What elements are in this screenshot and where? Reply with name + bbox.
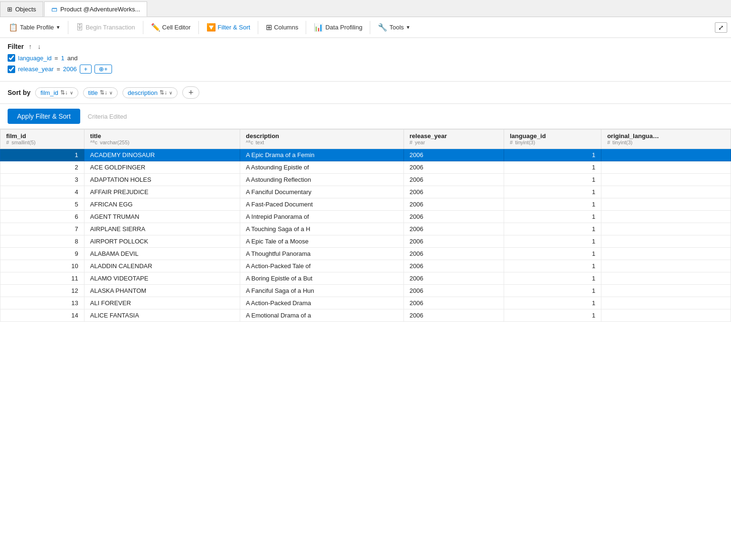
table-cell[interactable]: AIRPORT POLLOCK bbox=[84, 235, 240, 248]
table-cell[interactable]: 2006 bbox=[403, 285, 504, 297]
table-cell[interactable]: 2006 bbox=[403, 149, 504, 161]
data-profiling-button[interactable]: 📊 Data Profiling bbox=[309, 21, 367, 34]
table-cell[interactable]: 1 bbox=[0, 149, 84, 161]
table-row[interactable]: 5AFRICAN EGGA Fast-Paced Document20061 bbox=[0, 198, 731, 211]
filter-add-condition-button[interactable]: + bbox=[80, 65, 92, 74]
table-cell[interactable]: A Action-Packed Drama bbox=[240, 297, 403, 309]
table-cell[interactable]: 2006 bbox=[403, 186, 504, 198]
table-cell[interactable]: 2006 bbox=[403, 211, 504, 223]
table-cell[interactable]: 14 bbox=[0, 309, 84, 322]
table-cell[interactable]: A Epic Drama of a Femin bbox=[240, 149, 403, 161]
table-cell[interactable]: 2006 bbox=[403, 235, 504, 248]
table-cell[interactable]: 8 bbox=[0, 235, 84, 248]
table-cell[interactable] bbox=[601, 211, 731, 223]
table-cell[interactable]: 1 bbox=[504, 149, 601, 161]
table-cell[interactable]: 9 bbox=[0, 248, 84, 260]
table-cell[interactable]: A Boring Epistle of a But bbox=[240, 272, 403, 285]
begin-transaction-button[interactable]: 🗄 Begin Transaction bbox=[71, 21, 140, 34]
filter-down-button[interactable]: ↓ bbox=[37, 43, 42, 50]
filter-add-group-button[interactable]: ⊕+ bbox=[94, 65, 112, 74]
columns-button[interactable]: ⊞ Columns bbox=[261, 21, 303, 34]
table-cell[interactable]: AIRPLANE SIERRA bbox=[84, 223, 240, 235]
table-cell[interactable]: 1 bbox=[504, 198, 601, 211]
table-cell[interactable]: A Epic Tale of a Moose bbox=[240, 235, 403, 248]
table-cell[interactable] bbox=[601, 161, 731, 174]
table-cell[interactable]: A Astounding Epistle of bbox=[240, 161, 403, 174]
table-cell[interactable]: 13 bbox=[0, 297, 84, 309]
table-row[interactable]: 8AIRPORT POLLOCKA Epic Tale of a Moose20… bbox=[0, 235, 731, 248]
table-cell[interactable]: AFRICAN EGG bbox=[84, 198, 240, 211]
table-profile-button[interactable]: 📋 Table Profile ▼ bbox=[4, 21, 65, 34]
table-cell[interactable] bbox=[601, 248, 731, 260]
table-cell[interactable]: A Intrepid Panorama of bbox=[240, 211, 403, 223]
table-cell[interactable]: 2006 bbox=[403, 297, 504, 309]
filter-row-1-checkbox[interactable] bbox=[8, 54, 15, 62]
table-cell[interactable]: A Emotional Drama of a bbox=[240, 309, 403, 322]
table-cell[interactable]: 7 bbox=[0, 223, 84, 235]
table-cell[interactable]: ALASKA PHANTOM bbox=[84, 285, 240, 297]
table-cell[interactable]: 2006 bbox=[403, 248, 504, 260]
table-cell[interactable]: A Thoughtful Panorama bbox=[240, 248, 403, 260]
table-cell[interactable] bbox=[601, 186, 731, 198]
table-cell[interactable]: 1 bbox=[504, 309, 601, 322]
filter-row-2-checkbox[interactable] bbox=[8, 65, 15, 73]
table-cell[interactable]: 1 bbox=[504, 211, 601, 223]
table-cell[interactable]: AFFAIR PREJUDICE bbox=[84, 186, 240, 198]
table-cell[interactable]: 4 bbox=[0, 186, 84, 198]
table-row[interactable]: 9ALABAMA DEVILA Thoughtful Panorama20061 bbox=[0, 248, 731, 260]
table-cell[interactable]: A Action-Packed Tale of bbox=[240, 260, 403, 272]
table-cell[interactable]: 2006 bbox=[403, 223, 504, 235]
table-cell[interactable] bbox=[601, 309, 731, 322]
filter-sort-button[interactable]: 🔽 Filter & Sort bbox=[202, 21, 255, 34]
table-cell[interactable]: 1 bbox=[504, 161, 601, 174]
table-cell[interactable]: 1 bbox=[504, 260, 601, 272]
table-cell[interactable]: 2006 bbox=[403, 260, 504, 272]
table-cell[interactable]: 1 bbox=[504, 297, 601, 309]
cell-editor-button[interactable]: ✏️ Cell Editor bbox=[146, 21, 196, 34]
table-cell[interactable]: ALI FOREVER bbox=[84, 297, 240, 309]
table-cell[interactable] bbox=[601, 285, 731, 297]
table-row[interactable]: 6AGENT TRUMANA Intrepid Panorama of20061 bbox=[0, 211, 731, 223]
table-cell[interactable]: 2006 bbox=[403, 309, 504, 322]
table-cell[interactable] bbox=[601, 297, 731, 309]
table-cell[interactable]: 10 bbox=[0, 260, 84, 272]
table-row[interactable]: 14ALICE FANTASIAA Emotional Drama of a20… bbox=[0, 309, 731, 322]
table-cell[interactable]: 1 bbox=[504, 223, 601, 235]
table-cell[interactable] bbox=[601, 223, 731, 235]
table-cell[interactable]: ALADDIN CALENDAR bbox=[84, 260, 240, 272]
tools-button[interactable]: 🔧 Tools ▼ bbox=[373, 21, 415, 34]
table-cell[interactable]: 2006 bbox=[403, 174, 504, 186]
table-cell[interactable] bbox=[601, 198, 731, 211]
table-row[interactable]: 2ACE GOLDFINGERA Astounding Epistle of20… bbox=[0, 161, 731, 174]
table-row[interactable]: 7AIRPLANE SIERRAA Touching Saga of a H20… bbox=[0, 223, 731, 235]
table-row[interactable]: 11ALAMO VIDEOTAPEA Boring Epistle of a B… bbox=[0, 272, 731, 285]
table-row[interactable]: 13ALI FOREVERA Action-Packed Drama20061 bbox=[0, 297, 731, 309]
sort-pill-title[interactable]: title ⇅↓ ∨ bbox=[83, 87, 118, 98]
table-cell[interactable]: ALABAMA DEVIL bbox=[84, 248, 240, 260]
table-cell[interactable]: A Astounding Reflection bbox=[240, 174, 403, 186]
sort-pill-description[interactable]: description ⇅↓ ∨ bbox=[122, 87, 178, 98]
table-cell[interactable]: 1 bbox=[504, 272, 601, 285]
table-cell[interactable]: 2006 bbox=[403, 272, 504, 285]
table-cell[interactable] bbox=[601, 149, 731, 161]
table-row[interactable]: 1ACADEMY DINOSAURA Epic Drama of a Femin… bbox=[0, 149, 731, 161]
table-cell[interactable]: 5 bbox=[0, 198, 84, 211]
table-cell[interactable]: 2006 bbox=[403, 198, 504, 211]
table-cell[interactable] bbox=[601, 174, 731, 186]
table-cell[interactable]: 11 bbox=[0, 272, 84, 285]
table-cell[interactable]: 1 bbox=[504, 174, 601, 186]
table-cell[interactable]: 1 bbox=[504, 285, 601, 297]
sort-add-button[interactable]: + bbox=[182, 86, 200, 99]
table-cell[interactable]: ADAPTATION HOLES bbox=[84, 174, 240, 186]
filter-up-button[interactable]: ↑ bbox=[28, 43, 33, 50]
table-cell[interactable]: ALAMO VIDEOTAPE bbox=[84, 272, 240, 285]
table-cell[interactable]: 1 bbox=[504, 248, 601, 260]
table-cell[interactable]: 2 bbox=[0, 161, 84, 174]
table-cell[interactable] bbox=[601, 235, 731, 248]
expand-button[interactable]: ⤢ bbox=[715, 22, 727, 33]
table-cell[interactable]: 2006 bbox=[403, 161, 504, 174]
table-cell[interactable]: A Fanciful Documentary bbox=[240, 186, 403, 198]
table-cell[interactable]: ACADEMY DINOSAUR bbox=[84, 149, 240, 161]
table-cell[interactable]: ALICE FANTASIA bbox=[84, 309, 240, 322]
table-cell[interactable]: 1 bbox=[504, 235, 601, 248]
